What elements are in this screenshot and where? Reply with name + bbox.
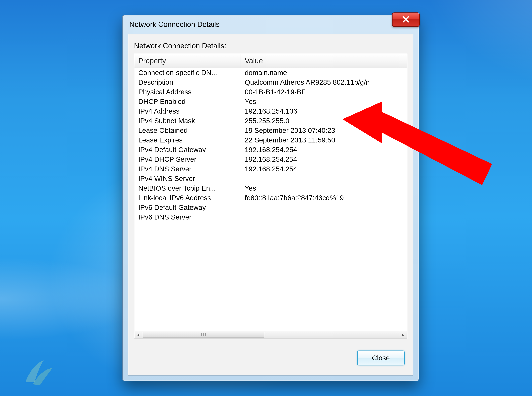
value-cell: 192.168.254.106 — [241, 108, 407, 115]
scroll-right-icon[interactable]: ▸ — [400, 331, 407, 338]
scroll-thumb[interactable] — [143, 332, 264, 338]
close-dialog-button-label: Close — [372, 354, 390, 362]
table-row[interactable]: IPv4 WINS Server — [134, 174, 407, 183]
property-cell: IPv4 WINS Server — [134, 175, 241, 182]
table-row[interactable]: Lease Obtained19 September 2013 07:40:23 — [134, 126, 407, 135]
dialog-client-area: Network Connection Details: Property Val… — [128, 34, 413, 376]
table-row[interactable]: Lease Expires22 September 2013 11:59:50 — [134, 135, 407, 145]
property-cell: IPv4 DHCP Server — [134, 156, 241, 163]
column-header-property[interactable]: Property — [134, 54, 241, 68]
value-cell: 19 September 2013 07:40:23 — [241, 127, 407, 134]
listview-header[interactable]: Property Value — [134, 54, 407, 68]
close-button[interactable] — [392, 12, 420, 27]
property-cell: Physical Address — [134, 88, 241, 95]
scroll-track[interactable] — [142, 331, 400, 338]
dialog-network-connection-details: Network Connection Details Network Conne… — [122, 15, 419, 381]
value-cell: 192.168.254.254 — [241, 166, 407, 173]
table-row[interactable]: IPv6 Default Gateway — [134, 203, 407, 212]
listview-body: Connection-specific DN...domain.nameDesc… — [134, 68, 407, 331]
table-row[interactable]: DHCP EnabledYes — [134, 97, 407, 106]
property-cell: IPv6 DNS Server — [134, 214, 241, 221]
details-listview[interactable]: Property Value Connection-specific DN...… — [134, 54, 407, 339]
value-cell: domain.name — [241, 69, 407, 76]
table-row[interactable]: IPv4 DNS Server192.168.254.254 — [134, 164, 407, 174]
property-cell: IPv4 Address — [134, 108, 241, 115]
table-row[interactable]: DescriptionQualcomm Atheros AR9285 802.1… — [134, 77, 407, 87]
value-cell: fe80::81aa:7b6a:2847:43cd%19 — [241, 194, 407, 201]
value-cell: 00-1B-B1-42-19-BF — [241, 88, 407, 95]
table-row[interactable]: NetBIOS over Tcpip En...Yes — [134, 183, 407, 193]
value-cell: Yes — [241, 98, 407, 105]
titlebar[interactable]: Network Connection Details — [123, 15, 419, 33]
scroll-left-icon[interactable]: ◂ — [135, 331, 142, 338]
table-row[interactable]: IPv4 Subnet Mask255.255.255.0 — [134, 116, 407, 126]
table-row[interactable]: IPv4 Default Gateway192.168.254.254 — [134, 145, 407, 155]
property-cell: Lease Obtained — [134, 127, 241, 134]
value-cell: 22 September 2013 11:59:50 — [241, 137, 407, 144]
property-cell: IPv4 DNS Server — [134, 166, 241, 173]
property-cell: IPv6 Default Gateway — [134, 204, 241, 211]
property-cell: IPv4 Subnet Mask — [134, 117, 241, 124]
table-row[interactable]: Connection-specific DN...domain.name — [134, 68, 407, 77]
table-row[interactable]: Link-local IPv6 Addressfe80::81aa:7b6a:2… — [134, 193, 407, 203]
table-row[interactable]: Physical Address00-1B-B1-42-19-BF — [134, 87, 407, 97]
close-icon — [402, 15, 410, 24]
property-cell: NetBIOS over Tcpip En... — [134, 185, 241, 192]
column-header-value[interactable]: Value — [241, 54, 407, 68]
value-cell: 192.168.254.254 — [241, 156, 407, 163]
window-title: Network Connection Details — [129, 20, 220, 29]
value-cell: 255.255.255.0 — [241, 117, 407, 124]
table-row[interactable]: IPv4 Address192.168.254.106 — [134, 106, 407, 116]
value-cell: Qualcomm Atheros AR9285 802.11b/g/n — [241, 79, 407, 86]
close-dialog-button[interactable]: Close — [357, 350, 405, 366]
table-row[interactable]: IPv4 DHCP Server192.168.254.254 — [134, 155, 407, 164]
windows-leaf-accent — [22, 349, 58, 386]
property-cell: IPv4 Default Gateway — [134, 146, 241, 153]
table-row[interactable]: IPv6 DNS Server — [134, 212, 407, 222]
property-cell: Link-local IPv6 Address — [134, 194, 241, 201]
property-cell: DHCP Enabled — [134, 98, 241, 105]
property-cell: Lease Expires — [134, 137, 241, 144]
property-cell: Description — [134, 79, 241, 86]
section-label: Network Connection Details: — [134, 42, 226, 50]
horizontal-scrollbar[interactable]: ◂ ▸ — [135, 331, 407, 338]
value-cell: 192.168.254.254 — [241, 146, 407, 153]
property-cell: Connection-specific DN... — [134, 69, 241, 76]
value-cell: Yes — [241, 185, 407, 192]
desktop-background: Network Connection Details Network Conne… — [0, 0, 532, 396]
